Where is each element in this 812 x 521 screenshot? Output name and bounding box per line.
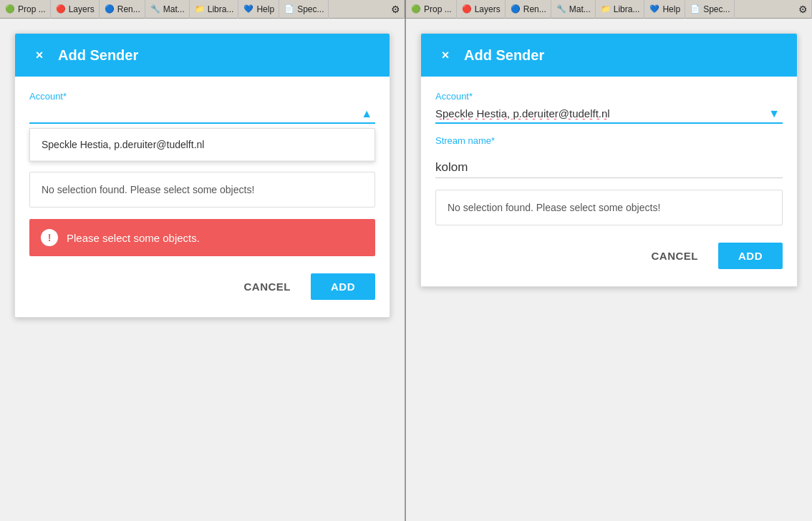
left-cancel-button[interactable]: CANCEL [233, 273, 303, 300]
tab-layers-left[interactable]: 🔴 Layers [51, 0, 100, 19]
left-dialog: × Add Sender Account* ▲ Speckle Hestia, … [14, 33, 390, 318]
tab-prop-left[interactable]: 🟢 Prop ... [0, 0, 51, 19]
tab-lib-right[interactable]: 📁 Libra... [596, 0, 645, 19]
lib-icon-left: 📁 [194, 4, 206, 15]
right-dialog-title: Add Sender [464, 47, 544, 64]
right-close-button[interactable]: × [435, 45, 455, 65]
tab-mat-left[interactable]: 🔧 Mat... [145, 0, 190, 19]
left-close-button[interactable]: × [29, 45, 49, 65]
tab-bar: 🟢 Prop ... 🔴 Layers 🔵 Ren... 🔧 Mat... 📁 … [0, 0, 812, 19]
tab-help-right[interactable]: 💙 Help [644, 0, 685, 19]
spec-icon-left: 📄 [284, 4, 295, 15]
tab-lib-left[interactable]: 📁 Libra... [190, 0, 239, 19]
right-panel: × Add Sender Account* ▼ Stream name* [406, 19, 812, 521]
left-panel: × Add Sender Account* ▲ Speckle Hestia, … [0, 19, 406, 521]
main-area: × Add Sender Account* ▲ Speckle Hestia, … [0, 19, 812, 521]
right-stream-name-input[interactable] [435, 157, 783, 177]
left-account-wrapper: ▲ [29, 104, 375, 124]
ren-icon-right: 🔵 [510, 4, 521, 15]
prop-icon-left: 🟢 [4, 4, 16, 15]
spec-icon-right: 📄 [690, 4, 701, 15]
left-dialog-title: Add Sender [58, 47, 138, 64]
left-dropdown-arrow[interactable]: ▲ [361, 107, 372, 120]
layers-icon-right: 🔴 [461, 4, 473, 15]
right-dropdown-arrow[interactable]: ▼ [768, 107, 780, 120]
tab-prop-right[interactable]: 🟢 Prop ... [406, 0, 457, 19]
left-error-box: ! Please select some objects. [29, 219, 375, 256]
right-dialog: × Add Sender Account* ▼ Stream name* [420, 33, 798, 287]
left-add-button[interactable]: ADD [311, 273, 375, 300]
left-dialog-header: × Add Sender [15, 34, 390, 77]
left-account-input[interactable] [29, 104, 375, 122]
tab-spec-left[interactable]: 📄 Spec... [279, 0, 329, 19]
mat-icon-left: 🔧 [150, 4, 161, 15]
right-add-button[interactable]: ADD [718, 243, 783, 269]
lib-icon-right: 📁 [600, 4, 612, 15]
tab-ren-right[interactable]: 🔵 Ren... [506, 0, 551, 19]
gear-button-right[interactable]: ⚙ [795, 0, 812, 19]
tab-bar-right: 🟢 Prop ... 🔴 Layers 🔵 Ren... 🔧 Mat... 📁 … [406, 0, 812, 19]
layers-icon-left: 🔴 [55, 4, 67, 15]
right-dialog-header: × Add Sender [421, 34, 797, 77]
tab-help-left[interactable]: 💙 Help [238, 0, 279, 19]
left-account-label: Account* [29, 91, 375, 102]
ren-icon-left: 🔵 [104, 4, 115, 15]
left-dialog-body: Account* ▲ Speckle Hestia, p.deruiter@tu… [15, 77, 390, 317]
mat-icon-right: 🔧 [556, 4, 567, 15]
left-no-selection-text: No selection found. Please select some o… [42, 184, 254, 195]
right-dialog-body: Account* ▼ Stream name* No selection fou… [421, 77, 797, 286]
tab-mat-right[interactable]: 🔧 Mat... [551, 0, 596, 19]
gear-button-left[interactable]: ⚙ [387, 0, 405, 19]
right-account-label: Account* [435, 91, 783, 102]
left-error-icon: ! [41, 229, 58, 246]
left-dialog-actions: CANCEL ADD [29, 268, 375, 303]
help-icon-left: 💙 [243, 4, 254, 15]
right-account-wrapper: ▼ [435, 104, 783, 124]
tab-layers-right[interactable]: 🔴 Layers [457, 0, 506, 19]
prop-icon-right: 🟢 [410, 4, 422, 15]
right-no-selection-text: No selection found. Please select some o… [448, 202, 660, 213]
left-no-selection-box: No selection found. Please select some o… [29, 172, 375, 208]
right-stream-name-wrapper [435, 157, 783, 178]
help-icon-right: 💙 [649, 4, 660, 15]
right-stream-name-label: Stream name* [435, 135, 783, 146]
right-dialog-actions: CANCEL ADD [435, 237, 783, 272]
right-account-input[interactable] [435, 104, 783, 122]
right-no-selection-box: No selection found. Please select some o… [435, 190, 783, 225]
right-cancel-button[interactable]: CANCEL [640, 243, 710, 269]
left-dropdown-list: Speckle Hestia, p.deruiter@tudelft.nl [29, 128, 375, 162]
left-error-text: Please select some objects. [67, 232, 200, 244]
left-dropdown-item-0[interactable]: Speckle Hestia, p.deruiter@tudelft.nl [30, 129, 374, 161]
tab-spec-right[interactable]: 📄 Spec... [685, 0, 735, 19]
tab-ren-left[interactable]: 🔵 Ren... [100, 0, 145, 19]
tab-bar-left: 🟢 Prop ... 🔴 Layers 🔵 Ren... 🔧 Mat... 📁 … [0, 0, 406, 19]
